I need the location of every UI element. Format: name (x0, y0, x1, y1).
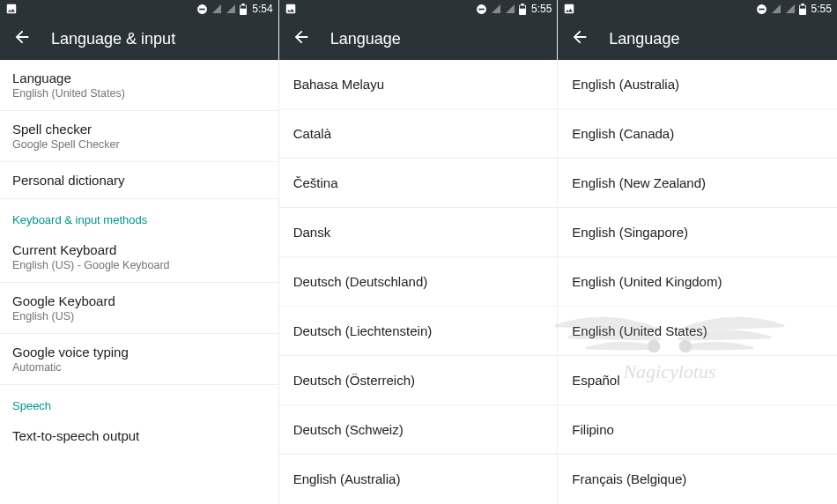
language-label: English (Canada) (572, 126, 674, 141)
list-item[interactable]: Filipino (558, 405, 837, 455)
status-bar: 5:55 (279, 0, 558, 18)
list-item[interactable]: Deutsch (Schweiz) (279, 405, 558, 455)
language-label: Deutsch (Österreich) (293, 373, 415, 388)
row-primary: Google Keyboard (12, 293, 266, 308)
section-header-keyboard: Keyboard & input methods (0, 199, 278, 232)
back-arrow-icon[interactable] (12, 27, 32, 50)
signal-icon (491, 4, 501, 14)
back-arrow-icon[interactable] (292, 27, 311, 50)
image-icon (5, 3, 18, 15)
dnd-icon (756, 4, 767, 15)
row-secondary: Automatic (12, 361, 266, 374)
list-item[interactable]: Deutsch (Deutschland) (279, 257, 558, 307)
list-item[interactable]: English (Singapore) (558, 208, 837, 257)
status-bar: 5:55 (558, 0, 837, 18)
app-bar: Language (558, 18, 837, 60)
language-list[interactable]: English (Australia) English (Canada) Eng… (558, 60, 837, 504)
language-label: Français (Belgique) (572, 471, 686, 486)
list-item[interactable]: Deutsch (Liechtenstein) (279, 307, 558, 356)
row-secondary: English (US) - Google Keyboard (12, 259, 266, 271)
list-item[interactable]: English (Australia) (558, 60, 837, 109)
page-title: Language (609, 30, 679, 48)
dnd-icon (476, 4, 487, 15)
settings-row-spell-checker[interactable]: Spell checker Google Spell Checker (0, 111, 278, 162)
list-item[interactable]: Català (279, 109, 558, 159)
list-item[interactable]: Français (Belgique) (558, 455, 837, 503)
language-list[interactable]: Bahasa Melayu Català Čeština Dansk Deuts… (279, 60, 558, 504)
list-item[interactable]: English (United States) (558, 307, 837, 356)
language-label: Español (572, 373, 619, 388)
signal-icon (226, 4, 236, 14)
list-item[interactable]: English (Canada) (558, 109, 837, 159)
language-label: Dansk (293, 225, 331, 240)
list-item[interactable]: English (Australia) (279, 455, 558, 503)
svg-rect-5 (520, 5, 525, 8)
signal-icon (771, 4, 781, 14)
language-label: Bahasa Melayu (293, 77, 384, 92)
svg-rect-4 (478, 8, 485, 10)
language-label: Filipino (572, 422, 614, 437)
language-label: Deutsch (Liechtenstein) (293, 323, 433, 338)
language-label: Deutsch (Schweiz) (293, 422, 404, 437)
row-primary: Google voice typing (12, 345, 266, 359)
row-primary: Text-to-speech output (12, 428, 266, 443)
list-item[interactable]: English (New Zealand) (558, 159, 837, 208)
status-bar: 5:54 (0, 0, 278, 18)
svg-rect-1 (200, 8, 206, 10)
list-item[interactable]: Deutsch (Österreich) (279, 356, 558, 405)
list-item[interactable]: Español (558, 356, 837, 405)
language-label: English (New Zealand) (572, 175, 706, 190)
settings-row-current-keyboard[interactable]: Current Keyboard English (US) - Google K… (0, 232, 278, 283)
screen-language-list-2: 5:55 Language English (Australia) Englis… (558, 0, 837, 504)
section-header-speech: Speech (0, 385, 278, 418)
row-secondary: English (US) (12, 310, 266, 322)
row-primary: Language (12, 70, 266, 85)
screen-language-list-1: 5:55 Language Bahasa Melayu Català Češti… (279, 0, 559, 504)
screen-language-and-input: 5:54 Language & input Language English (… (0, 0, 279, 504)
settings-row-google-keyboard[interactable]: Google Keyboard English (US) (0, 283, 278, 334)
settings-list[interactable]: Language English (United States) Spell c… (0, 60, 278, 504)
language-label: English (United States) (572, 323, 707, 338)
settings-row-language[interactable]: Language English (United States) (0, 60, 278, 111)
settings-row-personal-dictionary[interactable]: Personal dictionary (0, 162, 278, 199)
page-title: Language (330, 30, 401, 48)
app-bar: Language (279, 18, 558, 60)
battery-icon (519, 4, 526, 15)
page-title: Language & input (51, 30, 175, 48)
signal-icon (785, 4, 796, 14)
language-label: Català (293, 126, 331, 141)
svg-rect-8 (799, 5, 804, 8)
signal-icon (505, 4, 515, 14)
battery-icon (799, 4, 806, 15)
language-label: English (Australia) (572, 77, 679, 92)
row-primary: Current Keyboard (12, 242, 266, 257)
row-secondary: Google Spell Checker (12, 138, 266, 151)
status-time: 5:54 (252, 3, 272, 15)
row-primary: Personal dictionary (12, 173, 266, 188)
row-secondary: English (United States) (12, 87, 266, 100)
dnd-icon (196, 4, 208, 15)
back-arrow-icon[interactable] (570, 27, 589, 50)
row-primary: Spell checker (12, 122, 266, 137)
language-label: English (Singapore) (572, 225, 688, 240)
settings-row-tts[interactable]: Text-to-speech output (0, 418, 278, 454)
image-icon (285, 3, 297, 15)
status-time: 5:55 (531, 3, 552, 15)
language-label: Čeština (293, 175, 338, 190)
signal-icon (211, 4, 222, 14)
list-item[interactable]: English (United Kingdom) (558, 257, 837, 307)
list-item[interactable]: Bahasa Melayu (279, 60, 558, 109)
battery-icon (240, 4, 247, 15)
settings-row-google-voice-typing[interactable]: Google voice typing Automatic (0, 334, 278, 385)
status-time: 5:55 (811, 3, 832, 15)
list-item[interactable]: Dansk (279, 208, 558, 257)
list-item[interactable]: Čeština (279, 159, 558, 208)
app-bar: Language & input (0, 18, 278, 60)
svg-rect-7 (759, 8, 765, 10)
svg-rect-2 (241, 5, 246, 8)
language-label: English (Australia) (293, 471, 401, 486)
image-icon (563, 3, 575, 15)
language-label: English (United Kingdom) (572, 274, 722, 289)
language-label: Deutsch (Deutschland) (293, 274, 428, 289)
